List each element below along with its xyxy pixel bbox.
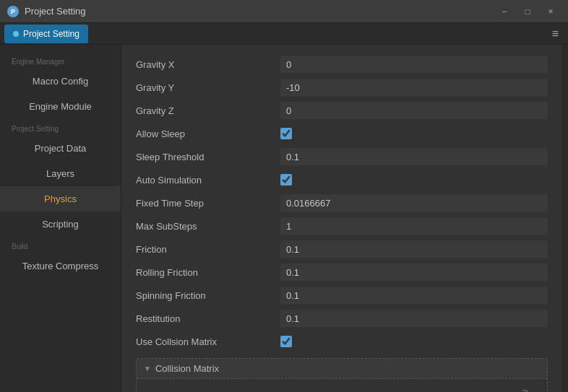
allow-sleep-label: Allow Sleep xyxy=(136,129,280,139)
fixed-time-step-row: Fixed Time Step xyxy=(136,192,548,214)
use-collision-matrix-row: Use Collsion Matrix xyxy=(136,331,548,352)
collision-matrix-header-label: Collision Matrix xyxy=(155,363,219,374)
gravity-x-label: Gravity X xyxy=(136,59,280,70)
max-substeps-input[interactable] xyxy=(280,217,548,235)
rolling-friction-input[interactable] xyxy=(280,263,548,281)
minimize-button[interactable]: − xyxy=(494,4,515,19)
collision-matrix-section: ▼ Collision Matrix Index Name DEFAU xyxy=(136,358,548,392)
auto-simulation-checkbox[interactable] xyxy=(280,174,292,186)
col-default-header: DEFAU xyxy=(504,383,547,392)
spinning-friction-input[interactable] xyxy=(280,287,548,304)
auto-simulation-label: Auto Simulation xyxy=(136,175,280,186)
restitution-label: Restitution xyxy=(136,313,280,324)
sidebar-item-physics[interactable]: Physics xyxy=(0,186,121,212)
scrollbar-track[interactable] xyxy=(562,45,568,392)
gravity-y-row: Gravity Y xyxy=(136,77,548,98)
sleep-threshold-row: Sleep Threshold xyxy=(136,146,548,167)
window-title: Project Setting xyxy=(25,6,494,17)
title-bar: P Project Setting − □ × xyxy=(0,0,568,23)
tab-bar: Project Setting ≡ xyxy=(0,23,568,45)
sidebar-item-scripting[interactable]: Scripting xyxy=(0,212,121,237)
rolling-friction-label: Rolling Friction xyxy=(136,267,280,278)
maximize-button[interactable]: □ xyxy=(517,4,538,19)
gravity-z-row: Gravity Z xyxy=(136,100,548,121)
main-layout: Engine Manager Macro Config Engine Modul… xyxy=(0,45,568,392)
build-section-label: Build xyxy=(0,237,121,253)
close-button[interactable]: × xyxy=(541,4,561,19)
max-substeps-label: Max SubSteps xyxy=(136,221,280,232)
sidebar-item-project-data[interactable]: Project Data xyxy=(0,136,121,161)
sidebar: Engine Manager Macro Config Engine Modul… xyxy=(0,45,121,392)
collapse-arrow-icon: ▼ xyxy=(144,365,151,373)
allow-sleep-row: Allow Sleep xyxy=(136,123,548,144)
tab-label: Project Setting xyxy=(23,29,79,39)
spinning-friction-label: Spinning Friction xyxy=(136,290,280,301)
fixed-time-step-label: Fixed Time Step xyxy=(136,198,280,209)
friction-input[interactable] xyxy=(280,240,548,258)
sidebar-item-macro-config[interactable]: Macro Config xyxy=(0,69,121,94)
spinning-friction-row: Spinning Friction xyxy=(136,284,548,306)
content-area: Gravity X Gravity Y Gravity Z Allow Slee… xyxy=(121,45,562,392)
restitution-row: Restitution xyxy=(136,308,548,329)
sleep-threshold-label: Sleep Threshold xyxy=(136,152,280,162)
collision-table-header: Index Name DEFAU xyxy=(137,378,547,392)
gravity-z-input[interactable] xyxy=(280,102,548,119)
collision-matrix-header[interactable]: ▼ Collision Matrix xyxy=(137,359,547,378)
allow-sleep-checkbox[interactable] xyxy=(280,128,292,139)
fixed-time-step-input[interactable] xyxy=(280,194,548,212)
friction-label: Friction xyxy=(136,244,280,255)
use-collision-matrix-checkbox[interactable] xyxy=(280,336,292,347)
sidebar-item-texture-compress[interactable]: Texture Compress xyxy=(0,253,121,279)
auto-simulation-row: Auto Simulation xyxy=(136,169,548,191)
restitution-input[interactable] xyxy=(280,310,548,327)
engine-manager-section-label: Engine Manager xyxy=(0,52,121,69)
app-icon: P xyxy=(7,6,19,17)
tab-menu-button[interactable]: ≡ xyxy=(548,27,564,40)
gravity-y-label: Gravity Y xyxy=(136,82,280,93)
project-setting-section-label: Project Setting xyxy=(0,119,121,136)
sleep-threshold-input[interactable] xyxy=(280,148,548,165)
sidebar-item-engine-module[interactable]: Engine Module xyxy=(0,94,121,119)
use-collision-matrix-label: Use Collsion Matrix xyxy=(136,336,280,347)
max-substeps-row: Max SubSteps xyxy=(136,215,548,237)
sidebar-item-layers[interactable]: Layers xyxy=(0,161,121,186)
tab-project-setting[interactable]: Project Setting xyxy=(4,25,88,43)
window-controls: − □ × xyxy=(494,4,561,19)
tab-dot xyxy=(13,31,19,37)
friction-row: Friction xyxy=(136,238,548,260)
gravity-x-row: Gravity X xyxy=(136,53,548,75)
rolling-friction-row: Rolling Friction xyxy=(136,261,548,283)
gravity-x-input[interactable] xyxy=(280,56,548,73)
gravity-y-input[interactable] xyxy=(280,79,548,96)
gravity-z-label: Gravity Z xyxy=(136,105,280,116)
